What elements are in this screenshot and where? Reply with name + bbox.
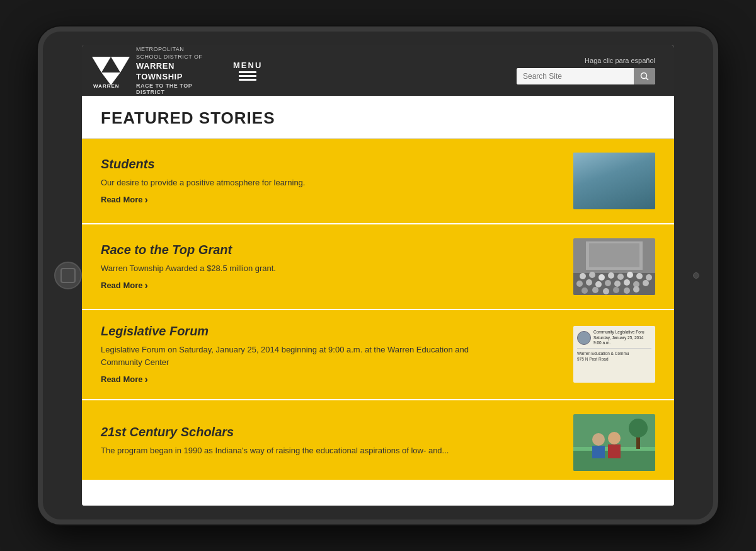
svg-point-39 <box>613 287 619 293</box>
story-title-forum: Legislative Forum <box>101 324 561 339</box>
svg-rect-52 <box>608 444 621 458</box>
story-image-scholars <box>573 414 655 471</box>
menu-section[interactable]: MENU <box>233 61 262 81</box>
logo-text: METROPOLITAN SCHOOL DISTRICT OF WARREN T… <box>136 46 210 95</box>
story-item-race: Race to the Top Grant Warren Township Aw… <box>82 224 674 310</box>
svg-point-51 <box>608 432 621 444</box>
svg-rect-6 <box>573 153 655 209</box>
svg-point-33 <box>624 279 630 286</box>
search-icon <box>640 72 649 81</box>
race-label: RACE TO THE TOP DISTRICT <box>136 83 210 95</box>
menu-line-2 <box>239 75 256 77</box>
svg-point-22 <box>598 274 605 281</box>
menu-line-3 <box>239 79 256 81</box>
svg-point-37 <box>592 287 598 293</box>
svg-point-40 <box>624 287 630 294</box>
story-desc-race: Warren Township Awarded a $28.5 million … <box>101 262 491 275</box>
svg-text:WARREN: WARREN <box>93 83 120 88</box>
home-button-inner <box>60 268 76 283</box>
svg-point-48 <box>629 419 648 438</box>
story-content-forum: Legislative Forum Legislative Forum on S… <box>101 324 573 385</box>
menu-line-1 <box>239 71 256 73</box>
svg-point-29 <box>586 279 592 286</box>
search-bar <box>517 68 655 84</box>
read-more-forum[interactable]: Read More <box>101 374 148 385</box>
tablet-frame: WARREN METROPOLITAN SCHOOL DISTRICT OF W… <box>38 26 718 525</box>
svg-rect-11 <box>622 173 629 178</box>
main-content: FEATURED STORIES Students Our desire to … <box>82 96 674 506</box>
search-button[interactable] <box>634 68 655 84</box>
menu-label: MENU <box>233 61 262 70</box>
featured-header: FEATURED STORIES <box>82 96 674 139</box>
forum-flyer-line4: Warren Education & Commu <box>577 351 651 356</box>
svg-point-21 <box>589 272 595 278</box>
story-content-students: Students Our desire to provide a positiv… <box>101 157 573 206</box>
race-image <box>573 238 655 295</box>
svg-point-8 <box>609 163 632 186</box>
story-item-scholars: 21st Century Scholars The program began … <box>82 400 674 481</box>
story-title-students: Students <box>101 157 561 171</box>
story-item-students: Students Our desire to provide a positiv… <box>82 139 674 224</box>
forum-flyer-line1: Community Legislative Foru <box>593 330 644 335</box>
featured-title: FEATURED STORIES <box>101 108 655 128</box>
scholars-image <box>573 414 655 471</box>
district-label: METROPOLITAN SCHOOL DISTRICT OF WARREN T… <box>136 46 210 82</box>
svg-marker-1 <box>111 57 130 72</box>
svg-point-49 <box>592 433 605 446</box>
story-title-race: Race to the Top Grant <box>101 243 561 257</box>
forum-flyer-line5: 975 N Post Road <box>577 356 651 362</box>
svg-point-35 <box>643 280 649 286</box>
svg-point-36 <box>581 287 588 294</box>
svg-rect-9 <box>608 184 633 206</box>
story-desc-forum: Legislative Forum on Saturday, January 2… <box>101 344 491 368</box>
forum-flyer-line3: 9:00 a.m. <box>593 340 644 345</box>
svg-point-25 <box>627 272 633 278</box>
student-image <box>573 153 655 209</box>
svg-line-5 <box>646 78 649 81</box>
read-more-race[interactable]: Read More <box>101 280 148 291</box>
svg-marker-0 <box>92 57 111 72</box>
story-image-students <box>573 153 655 209</box>
story-image-forum: Community Legislative Foru Saturday, Jan… <box>573 326 655 383</box>
story-content-scholars: 21st Century Scholars The program began … <box>101 425 573 460</box>
svg-point-31 <box>605 280 611 286</box>
header: WARREN METROPOLITAN SCHOOL DISTRICT OF W… <box>82 45 674 96</box>
forum-flyer: Community Legislative Foru Saturday, Jan… <box>573 326 655 383</box>
camera <box>693 272 699 279</box>
svg-point-27 <box>646 274 652 281</box>
header-nav: MENU Haga clic para español <box>220 57 674 84</box>
svg-point-4 <box>641 73 647 79</box>
svg-point-32 <box>614 281 621 287</box>
svg-rect-7 <box>580 165 617 197</box>
story-content-race: Race to the Top Grant Warren Township Aw… <box>101 243 573 291</box>
story-desc-scholars: The program began in 1990 as Indiana's w… <box>101 444 491 457</box>
header-right: Haga clic para español <box>281 57 662 84</box>
svg-point-23 <box>608 272 614 279</box>
svg-rect-13 <box>573 159 608 184</box>
header-logo: WARREN METROPOLITAN SCHOOL DISTRICT OF W… <box>82 45 220 96</box>
svg-point-20 <box>580 273 586 279</box>
story-image-race <box>573 238 655 295</box>
svg-point-26 <box>636 273 643 279</box>
svg-rect-43 <box>589 243 639 267</box>
svg-point-41 <box>633 286 639 293</box>
menu-icon <box>239 71 256 81</box>
svg-rect-10 <box>614 173 621 178</box>
svg-point-28 <box>576 281 583 287</box>
story-desc-students: Our desire to provide a positive atmosph… <box>101 177 491 189</box>
svg-point-24 <box>617 274 624 280</box>
read-more-students[interactable]: Read More <box>101 194 148 206</box>
home-button[interactable] <box>54 262 82 289</box>
svg-point-30 <box>595 281 602 287</box>
screen: WARREN METROPOLITAN SCHOOL DISTRICT OF W… <box>82 45 674 506</box>
story-title-scholars: 21st Century Scholars <box>101 425 561 439</box>
warren-logo-icon: WARREN <box>92 54 130 88</box>
svg-rect-50 <box>592 446 605 458</box>
svg-point-38 <box>603 288 609 294</box>
search-input[interactable] <box>517 68 634 84</box>
story-item-forum: Legislative Forum Legislative Forum on S… <box>82 310 674 400</box>
espanol-link[interactable]: Haga clic para español <box>585 57 655 64</box>
forum-flyer-line2: Saturday, January 25, 2014 <box>593 335 644 340</box>
